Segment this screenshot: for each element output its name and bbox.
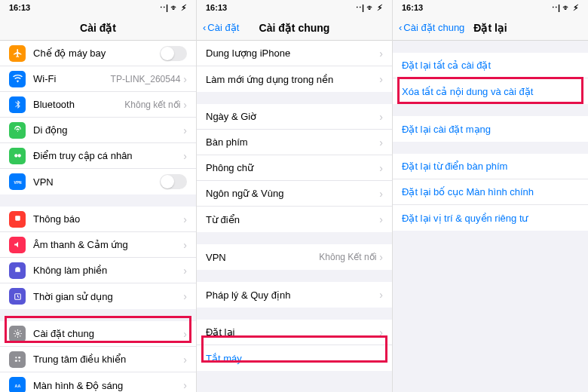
row-label: Pháp lý & Quy định [206, 289, 379, 301]
svg-text:VPN: VPN [14, 181, 21, 185]
gear-icon [9, 326, 26, 342]
row-label: Dung lượng iPhone [206, 47, 379, 59]
row-label: Cài đặt chung [33, 328, 183, 339]
row-dnd[interactable]: Không làm phiền › [0, 258, 196, 283]
row-value: Không kết nối [124, 100, 180, 110]
svg-point-1 [17, 154, 20, 157]
row-label: Không làm phiền [33, 265, 183, 276]
wifi-icon: ᯤ [170, 3, 179, 12]
row-controlcenter[interactable]: Trung tâm điều khiển › [0, 347, 196, 372]
row-keyboard[interactable]: Bàn phím › [197, 130, 392, 155]
status-time: 16:13 [9, 3, 30, 12]
sounds-icon [9, 237, 26, 253]
svg-point-8 [18, 360, 20, 362]
row-wifi[interactable]: Wi-Fi TP-LINK_260544 › [0, 66, 196, 92]
row-label: Wi-Fi [33, 73, 111, 84]
svg-rect-7 [18, 357, 20, 358]
chevron-right-icon: › [379, 289, 383, 301]
row-shutdown[interactable]: Tắt máy [197, 345, 392, 371]
row-label: Chế độ máy bay [33, 47, 160, 59]
battery-icon: ⚡︎ [181, 3, 187, 13]
row-cellular[interactable]: Di động › [0, 118, 196, 143]
svg-point-5 [16, 332, 18, 335]
phone-3: 16:13 ⋅⋅| ᯤ ⚡︎ ‹ Cài đặt chung Đặt lại Đ… [392, 0, 588, 392]
row-label: Đặt lại cài đặt mạng [402, 124, 579, 135]
vpn-icon: VPN [9, 173, 26, 190]
row-label: Đặt lại vị trí & quyền riêng tư [402, 213, 579, 224]
row-vpn[interactable]: VPN Không Kết nối › [197, 244, 392, 270]
wifi-icon: ᯤ [366, 3, 375, 12]
navbar: Cài đặt [0, 15, 196, 41]
row-reset[interactable]: Đặt lại › [197, 320, 392, 345]
row-sounds[interactable]: Âm thanh & Cảm ứng › [0, 232, 196, 258]
controlcenter-icon [9, 351, 26, 368]
row-dictionary[interactable]: Từ điển › [197, 207, 392, 232]
row-bgrefresh[interactable]: Làm mới ứng dụng trong nền › [197, 66, 392, 92]
row-label: Di động [33, 124, 183, 136]
signal-icon: ⋅⋅| [160, 3, 168, 13]
row-display[interactable]: AA Màn hình & Độ sáng › [0, 372, 196, 392]
navbar: ‹ Cài đặt Cài đặt chung [197, 15, 392, 41]
row-value: TP-LINK_260544 [111, 74, 181, 84]
screentime-icon [9, 288, 26, 305]
row-reset-kbdict[interactable]: Đặt lại từ điển bàn phím [393, 154, 588, 179]
row-label: Ngôn ngữ & Vùng [206, 188, 379, 199]
row-datetime[interactable]: Ngày & Giờ › [197, 104, 392, 130]
chevron-right-icon: › [183, 99, 187, 111]
row-vpn[interactable]: VPN VPN [0, 169, 196, 194]
back-button[interactable]: ‹ Cài đặt chung [399, 22, 464, 33]
row-label: Âm thanh & Cảm ứng [33, 239, 183, 250]
row-storage[interactable]: Dung lượng iPhone › [197, 41, 392, 66]
row-bluetooth[interactable]: Bluetooth Không kết nối › [0, 92, 196, 118]
chevron-right-icon: › [379, 213, 383, 225]
row-label: Đặt lại [206, 326, 379, 338]
row-reset-homescreen[interactable]: Đặt lại bố cục Màn hình chính [393, 179, 588, 205]
row-label: Điểm truy cập cá nhân [33, 150, 183, 161]
chevron-right-icon: › [379, 111, 383, 123]
row-general[interactable]: Cài đặt chung › [0, 321, 196, 347]
vpn-toggle[interactable] [160, 174, 187, 189]
wifi-icon: ᯤ [562, 3, 571, 12]
row-reset-all-settings[interactable]: Đặt lại tất cả cài đặt [393, 53, 588, 78]
dnd-icon [9, 262, 26, 279]
row-label: Thời gian sử dụng [33, 291, 183, 302]
chevron-right-icon: › [183, 124, 187, 136]
row-erase-all[interactable]: Xóa tất cả nội dung và cài đặt [393, 78, 588, 104]
row-screentime[interactable]: Thời gian sử dụng › [0, 283, 196, 309]
chevron-right-icon: › [379, 188, 383, 200]
airplane-toggle[interactable] [160, 46, 187, 61]
chevron-right-icon: › [379, 136, 383, 149]
row-fonts[interactable]: Phông chữ › [197, 155, 392, 181]
back-button[interactable]: ‹ Cài đặt [203, 22, 239, 33]
row-reset-network[interactable]: Đặt lại cài đặt mạng [393, 116, 588, 142]
chevron-right-icon: › [183, 328, 187, 340]
row-reset-privacy[interactable]: Đặt lại vị trí & quyền riêng tư [393, 205, 588, 231]
status-bar: 16:13 ⋅⋅| ᯤ ⚡︎ [393, 0, 588, 15]
row-hotspot[interactable]: Điểm truy cập cá nhân › [0, 143, 196, 169]
battery-icon: ⚡︎ [377, 3, 383, 13]
chevron-left-icon: ‹ [399, 22, 402, 33]
row-label: VPN [206, 252, 319, 263]
back-label: Cài đặt [207, 22, 239, 33]
battery-icon: ⚡︎ [573, 3, 579, 13]
wifi-icon [9, 71, 26, 87]
row-language[interactable]: Ngôn ngữ & Vùng › [197, 181, 392, 207]
hotspot-icon [9, 148, 26, 164]
status-bar: 16:13 ⋅⋅| ᯤ ⚡︎ [197, 0, 392, 15]
status-time: 16:13 [206, 3, 227, 12]
row-legal[interactable]: Pháp lý & Quy định › [197, 282, 392, 308]
chevron-right-icon: › [183, 290, 187, 302]
row-airplane[interactable]: Chế độ máy bay [0, 41, 196, 66]
chevron-right-icon: › [183, 379, 187, 391]
status-time: 16:13 [402, 3, 423, 12]
row-notifications[interactable]: Thông báo › [0, 207, 196, 232]
row-label: Tắt máy [206, 353, 383, 364]
row-label: Làm mới ứng dụng trong nền [206, 74, 379, 85]
chevron-right-icon: › [379, 251, 383, 263]
svg-rect-3 [15, 216, 20, 221]
chevron-right-icon: › [183, 354, 187, 366]
back-label: Cài đặt chung [403, 22, 464, 33]
row-value: Không Kết nối [319, 252, 376, 262]
page-title: Cài đặt chung [259, 22, 330, 34]
chevron-right-icon: › [379, 326, 383, 338]
